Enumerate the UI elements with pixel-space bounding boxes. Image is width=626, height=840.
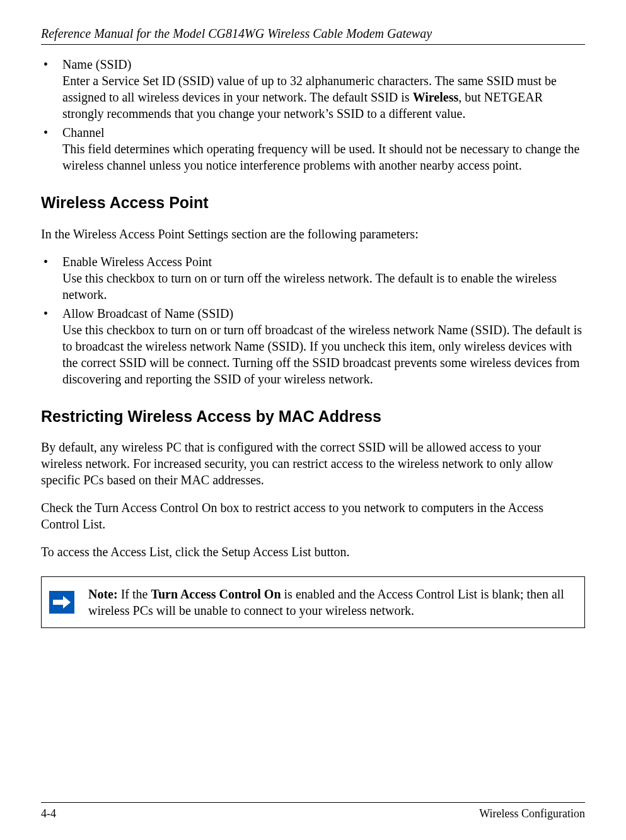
body-paragraph: By default, any wireless PC that is conf… bbox=[41, 439, 585, 488]
page-body: Name (SSID) Enter a Service Set ID (SSID… bbox=[41, 56, 585, 802]
page-footer: 4-4 Wireless Configuration bbox=[41, 802, 585, 821]
note-text: Note: If the Turn Access Control On is e… bbox=[88, 586, 577, 619]
page-number: 4-4 bbox=[41, 807, 56, 821]
item-title: Name (SSID) bbox=[62, 57, 131, 71]
list-item: Enable Wireless Access Point Use this ch… bbox=[41, 254, 585, 303]
note-callout: Note: If the Turn Access Control On is e… bbox=[41, 576, 585, 628]
list-item: Channel This field determines which oper… bbox=[41, 124, 585, 173]
section-heading-wireless-ap: Wireless Access Point bbox=[41, 192, 585, 213]
note-strong: Turn Access Control On bbox=[151, 587, 281, 601]
header-title: Reference Manual for the Model CG814WG W… bbox=[41, 26, 432, 40]
item-body: Enter a Service Set ID (SSID) value of u… bbox=[62, 73, 585, 122]
body-paragraph: To access the Access List, click the Set… bbox=[41, 544, 585, 560]
section-intro: In the Wireless Access Point Settings se… bbox=[41, 226, 585, 242]
item-title: Enable Wireless Access Point bbox=[62, 255, 212, 269]
body-paragraph: Check the Turn Access Control On box to … bbox=[41, 499, 585, 532]
note-pre: If the bbox=[121, 587, 151, 601]
item-body: Use this checkbox to turn on or turn off… bbox=[62, 322, 585, 387]
footer-section-label: Wireless Configuration bbox=[479, 807, 585, 821]
wireless-ap-list: Enable Wireless Access Point Use this ch… bbox=[41, 254, 585, 387]
list-item: Name (SSID) Enter a Service Set ID (SSID… bbox=[41, 56, 585, 122]
item-title: Channel bbox=[62, 125, 105, 139]
section-heading-mac-restrict: Restricting Wireless Access by MAC Addre… bbox=[41, 406, 585, 427]
running-header: Reference Manual for the Model CG814WG W… bbox=[41, 25, 585, 45]
item-body: This field determines which operating fr… bbox=[62, 141, 585, 173]
body-strong: Wireless bbox=[413, 90, 459, 104]
list-item: Allow Broadcast of Name (SSID) Use this … bbox=[41, 305, 585, 387]
intro-bullet-list: Name (SSID) Enter a Service Set ID (SSID… bbox=[41, 56, 585, 173]
item-title: Allow Broadcast of Name (SSID) bbox=[62, 306, 233, 320]
arrow-right-icon bbox=[49, 591, 74, 614]
item-body: Use this checkbox to turn on or turn off… bbox=[62, 270, 585, 303]
note-label: Note: bbox=[88, 587, 121, 601]
